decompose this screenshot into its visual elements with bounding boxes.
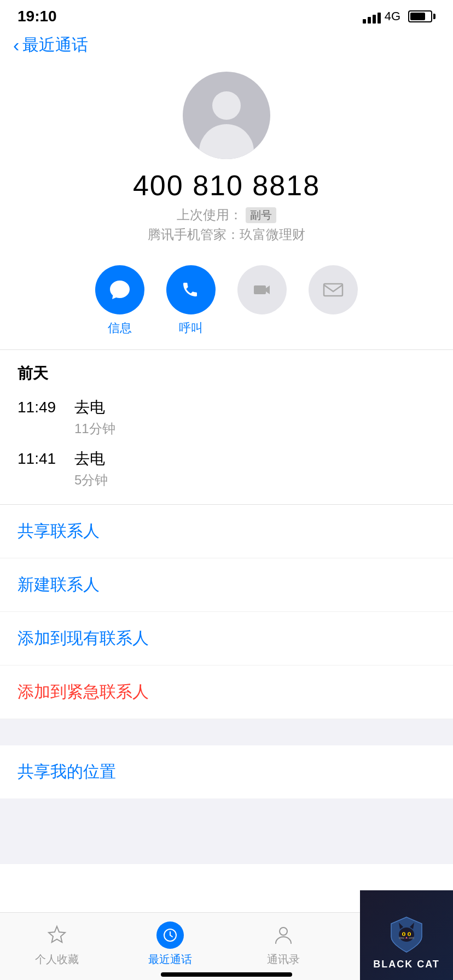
call-label: 呼叫 [179,320,203,336]
chevron-left-icon: ‹ [13,36,19,54]
network-label: 4G [385,9,400,24]
call-duration-1: 11分钟 [74,420,435,438]
location-section: 共享我的位置 [0,745,453,798]
sim-tag: 副号 [246,207,276,223]
status-time: 19:10 [18,8,57,25]
call-duration-2: 5分钟 [74,471,435,489]
tab-contacts-label: 通讯录 [267,952,300,967]
tab-favorites-label: 个人收藏 [35,952,79,967]
menu-section: 共享联系人 新建联系人 添加到现有联系人 添加到紧急联系人 [0,505,453,719]
call-button[interactable]: 呼叫 [166,265,216,336]
call-time-2: 11:41 [18,450,61,468]
home-indicator [161,972,292,977]
new-contact-label: 新建联系人 [18,575,100,593]
mail-button[interactable] [309,265,358,336]
battery-icon [408,10,435,22]
share-location-item[interactable]: 共享我的位置 [0,745,453,798]
status-icons: 4G [363,9,435,24]
blackcat-logo-icon [385,913,428,956]
share-location-label: 共享我的位置 [18,762,116,780]
signal-bars-icon: 4G [363,9,400,24]
svg-rect-0 [324,284,342,296]
share-contact-item[interactable]: 共享联系人 [0,505,453,558]
add-emergency-item[interactable]: 添加到紧急联系人 [0,666,453,719]
add-emergency-label: 添加到紧急联系人 [18,682,149,701]
svg-point-18 [409,933,410,936]
svg-point-12 [399,928,414,942]
mail-icon [309,265,358,314]
watermark: BLACK CAT [360,890,453,980]
watermark-text: BLACK CAT [373,959,440,970]
action-buttons: 信息 呼叫 [0,254,453,349]
call-time-1: 11:49 [18,399,61,416]
new-contact-item[interactable]: 新建联系人 [0,558,453,612]
back-button[interactable]: ‹ 最近通话 [13,34,88,56]
tencent-label: 腾讯手机管家：玖富微理财 [148,226,305,243]
call-log: 前天 11:49 去电 11分钟 11:41 去电 5分钟 [0,350,453,495]
svg-point-17 [403,933,404,936]
contact-header: 400 810 8818 上次使用： 副号 腾讯手机管家：玖富微理财 [0,63,453,254]
message-button[interactable]: 信息 [95,265,144,336]
call-item-1: 11:49 去电 11分钟 [18,393,435,444]
phone-number: 400 810 8818 [133,169,320,202]
call-type-1: 去电 [74,397,105,418]
bottom-fill [0,798,453,864]
tab-contacts[interactable]: 通讯录 [226,921,340,967]
last-used-label: 上次使用： 副号 [177,206,276,224]
tab-recents[interactable]: 最近通话 [113,921,226,967]
video-icon [237,265,287,314]
svg-point-2 [280,928,287,935]
status-bar: 19:10 4G [0,0,453,30]
tab-recents-label: 最近通话 [148,952,192,967]
add-existing-item[interactable]: 添加到现有联系人 [0,612,453,666]
share-contact-label: 共享联系人 [18,522,100,540]
clock-icon [156,921,184,949]
back-label: 最近通话 [22,34,88,56]
date-header: 前天 [18,363,435,384]
call-icon [166,265,216,314]
add-existing-label: 添加到现有联系人 [18,629,149,647]
call-item-2: 11:41 去电 5分钟 [18,444,435,495]
message-label: 信息 [108,320,132,336]
nav-bar: ‹ 最近通话 [0,30,453,63]
message-icon [95,265,144,314]
gray-separator [0,719,453,745]
person-icon [270,921,297,949]
star-icon [43,921,71,949]
video-button[interactable] [237,265,287,336]
avatar [183,72,270,159]
call-type-2: 去电 [74,448,105,469]
tab-favorites[interactable]: 个人收藏 [0,921,113,967]
